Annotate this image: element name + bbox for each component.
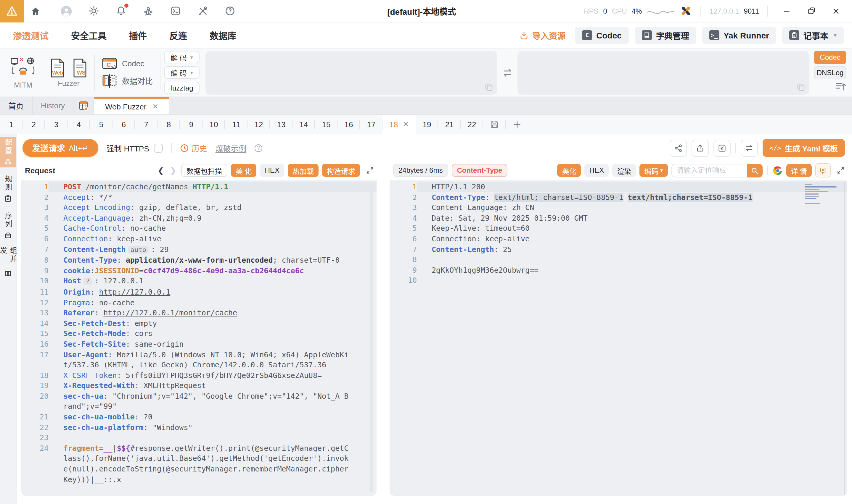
sequence-tab-7[interactable]: 7 [135, 115, 157, 134]
side-tab-规则[interactable]: 规则 [0, 173, 16, 204]
sequence-tab-12[interactable]: 12 [247, 115, 270, 134]
render-button[interactable]: 渲染 [612, 164, 636, 177]
side-tab-配置[interactable]: 配置 [0, 137, 16, 167]
response-editor[interactable]: 1HTTP/1.1 2002Content-Type: text/html; c… [389, 180, 847, 496]
response-minimap[interactable] [805, 183, 840, 206]
tab-home[interactable]: 首页 [0, 97, 33, 114]
save-fuzzer-tabs-button[interactable] [483, 115, 506, 134]
resp-hex-button[interactable]: HEX [585, 164, 609, 177]
help-icon[interactable] [224, 5, 236, 17]
sequence-tab-4[interactable]: 4 [68, 115, 90, 134]
share-button[interactable] [670, 139, 686, 157]
sequence-tab-14[interactable]: 14 [293, 115, 315, 134]
fullscreen-icon[interactable] [366, 166, 374, 175]
tools-icon[interactable] [196, 5, 208, 17]
collapse-panel-icon[interactable] [835, 81, 847, 92]
content-type-badge[interactable]: Content-Type [451, 164, 507, 177]
codec-input-textarea[interactable] [206, 51, 497, 94]
sequence-tab-21[interactable]: 21 [438, 115, 460, 134]
side-tab-组并发[interactable]: 组并发 [0, 247, 16, 277]
detail-button[interactable]: 详 情 [786, 164, 812, 177]
minimize-button[interactable] [776, 1, 796, 21]
settings-gear-icon[interactable] [88, 5, 100, 17]
beautify-button[interactable]: 美 化 [231, 164, 257, 177]
tab-web-fuzzer[interactable]: Web Fuzzer ✕ [94, 97, 170, 114]
annotation-button[interactable] [815, 163, 831, 178]
codec-tool[interactable]: C</> Codec [102, 57, 153, 70]
sequence-tab-1[interactable]: 1 [0, 115, 22, 134]
add-sequence-tab-button[interactable] [506, 115, 528, 134]
force-https-checkbox[interactable] [154, 143, 163, 152]
import-resources-link[interactable]: 导入资源 [519, 29, 566, 41]
yak-runner-button[interactable]: >_ Yak Runner [702, 26, 776, 44]
sequence-tab-3[interactable]: 3 [45, 115, 68, 134]
history-button[interactable]: 历史 [180, 142, 207, 154]
menu-item-security-tools[interactable]: 安全工具 [71, 29, 107, 41]
copy-icon[interactable] [796, 83, 806, 92]
dnslog-tab[interactable]: DNSLog [814, 66, 846, 79]
sequence-tab-13[interactable]: 13 [270, 115, 293, 134]
search-button[interactable] [747, 164, 762, 177]
open-in-chrome-icon[interactable] [772, 165, 782, 175]
resp-beautify-button[interactable]: 美化 [557, 164, 581, 177]
home-button[interactable] [24, 0, 47, 22]
sequence-tab-5[interactable]: 5 [90, 115, 112, 134]
construct-request-button[interactable]: 构造请求 [322, 164, 360, 177]
request-editor[interactable]: 1POST /monitor/cache/getNames HTTP/1.12A… [21, 180, 377, 496]
sequence-tab-10[interactable]: 10 [203, 115, 225, 134]
fuzzer-tool[interactable]: Web WS Fuzzer [43, 58, 94, 87]
close-icon[interactable]: ✕ [403, 120, 408, 128]
scrollbar[interactable] [370, 183, 373, 492]
sequence-tab-17[interactable]: 17 [360, 115, 382, 134]
encode-dropdown[interactable]: 编 码 ▾ [164, 66, 199, 79]
side-tab-序列[interactable]: 序列 [0, 210, 16, 241]
dictionary-button[interactable]: 字典管理 [635, 26, 696, 44]
sequence-tab-11[interactable]: 11 [225, 115, 247, 134]
sequence-tab-8[interactable]: 8 [157, 115, 180, 134]
swap-request-response-button[interactable] [741, 139, 758, 157]
export-button[interactable] [691, 139, 709, 157]
bug-icon[interactable] [142, 5, 154, 17]
swap-arrows-icon[interactable] [502, 68, 513, 77]
yak-pinwheel-icon[interactable] [680, 5, 692, 17]
decode-dropdown[interactable]: 解 码 ▾ [164, 51, 199, 63]
codec-button[interactable]: C Codec [575, 26, 629, 44]
close-icon[interactable]: ✕ [153, 102, 158, 111]
sequence-tab-18[interactable]: 18✕ [382, 115, 416, 134]
resp-encode-dropdown[interactable]: 编码 ▾ [640, 164, 667, 177]
chevron-left-icon[interactable]: ❮ [156, 166, 165, 175]
terminal-icon[interactable] [169, 5, 181, 17]
sequence-tab-9[interactable]: 9 [180, 115, 203, 134]
blasting-example-link[interactable]: 爆破示例 [215, 142, 246, 154]
notepad-button[interactable]: 记事本 ▾ [782, 26, 844, 44]
hex-button[interactable]: HEX [260, 164, 284, 177]
close-button[interactable] [826, 1, 846, 21]
tab-mitm-table[interactable] [74, 97, 94, 114]
menu-item-database[interactable]: 数据库 [210, 29, 236, 41]
chevron-right-icon[interactable]: ❯ [169, 166, 178, 175]
data-compare-tool[interactable]: 数据对比 [102, 74, 153, 88]
response-search-input[interactable] [671, 164, 747, 177]
sequence-tab-2[interactable]: 2 [22, 115, 45, 134]
tab-history[interactable]: History [33, 97, 74, 114]
notifications-bell-icon[interactable] [115, 5, 127, 17]
codec-output-textarea[interactable] [518, 51, 810, 94]
mitm-tool[interactable]: MITM [3, 56, 42, 89]
menu-item-plugins[interactable]: 插件 [129, 29, 147, 41]
codec-tab[interactable]: Codec [814, 51, 846, 64]
sequence-tab-6[interactable]: 6 [112, 115, 135, 134]
hotload-button[interactable]: 热加载 [288, 164, 318, 177]
import-packet-button[interactable] [713, 139, 730, 157]
packet-scan-button[interactable]: 数据包扫描 [181, 164, 227, 177]
sequence-tab-15[interactable]: 15 [315, 115, 337, 134]
sequence-tab-16[interactable]: 16 [337, 115, 360, 134]
restore-button[interactable] [801, 1, 821, 21]
help-circle-icon[interactable]: ? [255, 144, 262, 152]
menu-item-reverse[interactable]: 反连 [169, 29, 187, 41]
fullscreen-icon[interactable] [837, 166, 845, 175]
menu-item-pentest[interactable]: 渗透测试 [13, 29, 49, 41]
fuzztag-button[interactable]: fuzztag [164, 82, 199, 94]
send-request-button[interactable]: 发送请求 Alt+↵ [22, 139, 98, 157]
avatar[interactable] [60, 5, 72, 17]
generate-yaml-button[interactable]: </> 生成 Yaml 模板 [762, 139, 845, 157]
